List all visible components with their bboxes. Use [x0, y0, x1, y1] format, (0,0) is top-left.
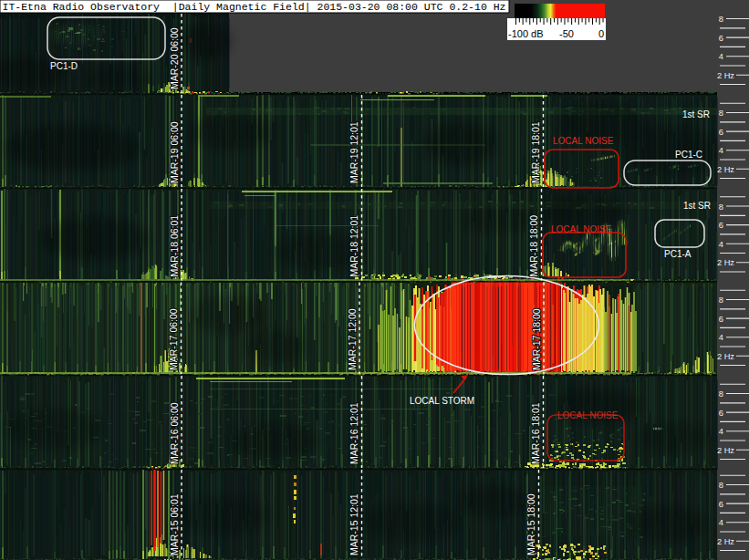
svg-text:6: 6	[719, 409, 723, 418]
svg-text:2 Hz: 2 Hz	[717, 537, 734, 546]
svg-text:8: 8	[719, 202, 723, 212]
svg-text:8: 8	[719, 15, 723, 24]
svg-text:LOCAL NOISE: LOCAL NOISE	[557, 410, 619, 420]
svg-text:LOCAL NOISE: LOCAL NOISE	[551, 224, 612, 234]
svg-text:MAR-15 12:01: MAR-15 12:01	[348, 493, 359, 555]
svg-text:2 Hz: 2 Hz	[717, 165, 734, 174]
svg-text:MAR-18 18:00: MAR-18 18:00	[528, 215, 539, 277]
svg-text:MAR-15 18:00: MAR-15 18:00	[525, 493, 536, 555]
svg-text:PC1-D: PC1-D	[50, 61, 78, 71]
svg-text:6: 6	[719, 34, 723, 43]
svg-text:MAR-18 12:01: MAR-18 12:01	[348, 215, 359, 277]
svg-text:MAR-18 06:01: MAR-18 06:01	[169, 215, 180, 277]
svg-text:8: 8	[719, 296, 723, 305]
svg-text:MAR-16 06:00: MAR-16 06:00	[169, 402, 180, 464]
svg-text:8: 8	[719, 109, 723, 118]
svg-text:MAR-16 18:01: MAR-16 18:01	[530, 402, 541, 464]
svg-text:4: 4	[719, 333, 723, 342]
svg-text:MAR-19 06:00: MAR-19 06:00	[169, 121, 180, 183]
svg-text:1st SR: 1st SR	[683, 201, 711, 211]
svg-text:IT-Etna Radio Observatory |Da: IT-Etna Radio Observatory |Daily Magneti…	[3, 1, 506, 13]
svg-text:1st SR: 1st SR	[682, 109, 710, 119]
svg-text:MAR-20 06:00: MAR-20 06:00	[169, 27, 180, 89]
svg-text:4: 4	[719, 427, 723, 436]
svg-text:LOCAL STORM: LOCAL STORM	[410, 396, 474, 406]
svg-text:8: 8	[719, 389, 723, 399]
svg-text:4: 4	[719, 146, 723, 155]
svg-text:2 Hz: 2 Hz	[717, 258, 734, 267]
svg-text:6: 6	[719, 500, 723, 509]
svg-text:4: 4	[719, 52, 723, 61]
svg-text:2 Hz: 2 Hz	[717, 352, 734, 361]
svg-text:MAR-17 18:00: MAR-17 18:00	[531, 308, 542, 370]
svg-text:PC1-C: PC1-C	[675, 150, 702, 160]
svg-text:0: 0	[598, 28, 604, 39]
svg-text:2 Hz: 2 Hz	[717, 446, 734, 455]
svg-text:MAR-17 06:00: MAR-17 06:00	[168, 308, 179, 370]
svg-text:MAR-17 12:00: MAR-17 12:00	[347, 308, 358, 370]
svg-text:4: 4	[719, 240, 723, 249]
svg-text:6: 6	[719, 315, 723, 324]
svg-text:MAR-16 12:01: MAR-16 12:01	[348, 402, 359, 464]
svg-text:LOCAL NOISE: LOCAL NOISE	[553, 136, 614, 146]
svg-text:4: 4	[719, 518, 723, 527]
svg-text:8: 8	[719, 481, 723, 490]
svg-text:MAR-19 12:01: MAR-19 12:01	[348, 121, 359, 183]
svg-text:PC1-A: PC1-A	[664, 249, 692, 259]
svg-text:-50: -50	[559, 28, 574, 39]
svg-text:2 Hz: 2 Hz	[717, 71, 734, 80]
svg-text:6: 6	[719, 221, 723, 230]
svg-text:MAR-15 06:01: MAR-15 06:01	[169, 493, 180, 555]
svg-text:6: 6	[719, 128, 723, 137]
svg-text:-100 dB: -100 dB	[508, 28, 544, 39]
svg-text:MAR-19 18:01: MAR-19 18:01	[530, 121, 541, 183]
